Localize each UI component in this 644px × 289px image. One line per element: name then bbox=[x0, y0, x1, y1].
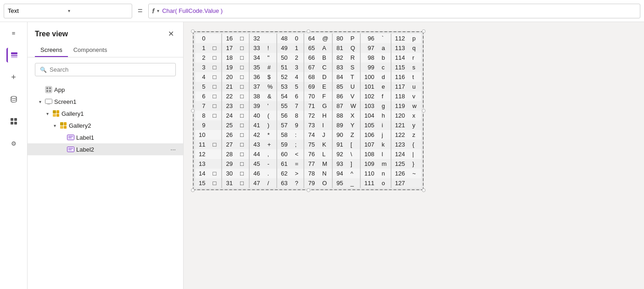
search-input[interactable] bbox=[50, 66, 171, 73]
table-row: 41 bbox=[249, 120, 263, 130]
data-icon[interactable] bbox=[6, 92, 21, 107]
tab-screens[interactable]: Screens bbox=[35, 44, 68, 57]
table-row: 114 bbox=[391, 53, 409, 62]
table-row: ' bbox=[263, 101, 277, 111]
table-row: / bbox=[263, 178, 277, 188]
table-row: b bbox=[378, 53, 391, 62]
table-row: ] bbox=[347, 159, 360, 169]
table-row: 42 bbox=[249, 130, 263, 140]
table-row: □ bbox=[236, 53, 249, 62]
table-row: 76 bbox=[304, 149, 318, 159]
formula-icon: f bbox=[152, 7, 155, 15]
table-row bbox=[209, 34, 222, 43]
table-row: m bbox=[378, 159, 391, 169]
property-selector[interactable]: Text ▾ bbox=[4, 4, 132, 18]
search-box: 🔍 bbox=[35, 63, 176, 76]
table-row: □ bbox=[209, 91, 222, 101]
add-icon[interactable]: + bbox=[6, 70, 21, 85]
table-row: p bbox=[409, 34, 421, 43]
powerapps-icon[interactable] bbox=[6, 114, 21, 129]
table-row: 1 bbox=[291, 43, 304, 53]
table-row: A bbox=[319, 43, 332, 53]
table-row: f bbox=[378, 91, 391, 101]
table-row: w bbox=[409, 101, 421, 111]
table-row: 85 bbox=[332, 82, 347, 91]
svg-rect-2 bbox=[11, 57, 17, 58]
table-row: 4 bbox=[195, 72, 209, 82]
close-tree-panel-button[interactable]: ✕ bbox=[166, 28, 176, 40]
gallery1-icon bbox=[52, 110, 60, 117]
settings-icon[interactable]: ⚙ bbox=[6, 136, 21, 151]
table-row: 3 bbox=[291, 62, 304, 72]
tree-item-screen1[interactable]: ▾ Screen1 bbox=[28, 96, 183, 108]
table-row: 92 bbox=[332, 149, 347, 159]
table-row: 3 bbox=[195, 62, 209, 72]
table-row: 19 bbox=[222, 62, 236, 72]
table-row: 23 bbox=[222, 101, 236, 111]
property-selector-chevron: ▾ bbox=[68, 8, 128, 13]
table-row bbox=[209, 159, 222, 169]
table-row: □ bbox=[209, 62, 222, 72]
table-row: 112 bbox=[391, 34, 409, 43]
table-row: 113 bbox=[391, 43, 409, 53]
table-row: 58 bbox=[277, 130, 291, 140]
table-row: 6 bbox=[291, 91, 304, 101]
table-row: = bbox=[291, 159, 304, 169]
table-row: 13 bbox=[195, 159, 209, 169]
table-row: 28 bbox=[222, 149, 236, 159]
svg-rect-0 bbox=[11, 52, 17, 54]
table-row: 99 bbox=[360, 62, 378, 72]
search-icon: 🔍 bbox=[40, 67, 47, 73]
hamburger-icon[interactable]: ≡ bbox=[6, 26, 21, 40]
table-row: E bbox=[319, 82, 332, 91]
table-row: 86 bbox=[332, 91, 347, 101]
toggle-gallery2: ▾ bbox=[51, 123, 58, 128]
table-row: c bbox=[378, 62, 391, 72]
table-row: 116 bbox=[391, 72, 409, 82]
table-row: 123 bbox=[391, 140, 409, 149]
table-row: 127 bbox=[391, 178, 409, 188]
table-row: □ bbox=[209, 178, 222, 188]
table-row: $ bbox=[263, 72, 277, 82]
table-row: □ bbox=[209, 53, 222, 62]
table-row: 8 bbox=[291, 111, 304, 120]
screen-icon bbox=[45, 98, 52, 105]
table-row: M bbox=[319, 159, 332, 169]
tree-item-gallery2[interactable]: ▾ Gallery2 bbox=[28, 119, 183, 131]
table-row: D bbox=[319, 72, 332, 82]
table-row: □ bbox=[236, 149, 249, 159]
table-row: Z bbox=[347, 130, 360, 140]
label2-more-button[interactable]: ··· bbox=[170, 146, 176, 153]
table-row: e bbox=[378, 82, 391, 91]
tree-item-label1-label: Label1 bbox=[76, 134, 176, 141]
table-row: ~ bbox=[409, 169, 421, 178]
tab-components[interactable]: Components bbox=[68, 44, 113, 57]
table-row: 11 bbox=[195, 140, 209, 149]
table-row: □ bbox=[236, 178, 249, 188]
table-row: > bbox=[291, 169, 304, 178]
canvas-area: 016□3248064@80P96`112p1□17□33!49165A81Q9… bbox=[184, 22, 644, 289]
layers-icon[interactable] bbox=[6, 48, 21, 62]
table-row: u bbox=[409, 82, 421, 91]
tree-item-gallery1-label: Gallery1 bbox=[62, 110, 176, 117]
table-row: 69 bbox=[304, 82, 318, 91]
table-row: □ bbox=[236, 111, 249, 120]
tree-item-gallery1[interactable]: ▾ Gallery1 bbox=[28, 108, 183, 119]
table-row bbox=[209, 130, 222, 140]
gallery2-icon bbox=[60, 122, 67, 129]
table-row: G bbox=[319, 101, 332, 111]
table-row: ( bbox=[263, 111, 277, 120]
tree-item-label1[interactable]: Label1 bbox=[28, 131, 183, 143]
table-row: ! bbox=[263, 43, 277, 53]
table-row: L bbox=[319, 149, 332, 159]
table-row: 90 bbox=[332, 130, 347, 140]
table-row: 75 bbox=[304, 140, 318, 149]
table-row: % bbox=[263, 82, 277, 91]
tree-item-app[interactable]: App bbox=[28, 84, 183, 96]
table-row: ; bbox=[291, 140, 304, 149]
table-row: 61 bbox=[277, 159, 291, 169]
formula-text[interactable]: Char( FullCode.Value ) bbox=[162, 7, 223, 14]
table-row: : bbox=[291, 130, 304, 140]
table-row: } bbox=[409, 159, 421, 169]
tree-item-label2[interactable]: Label2 ··· bbox=[28, 143, 183, 155]
